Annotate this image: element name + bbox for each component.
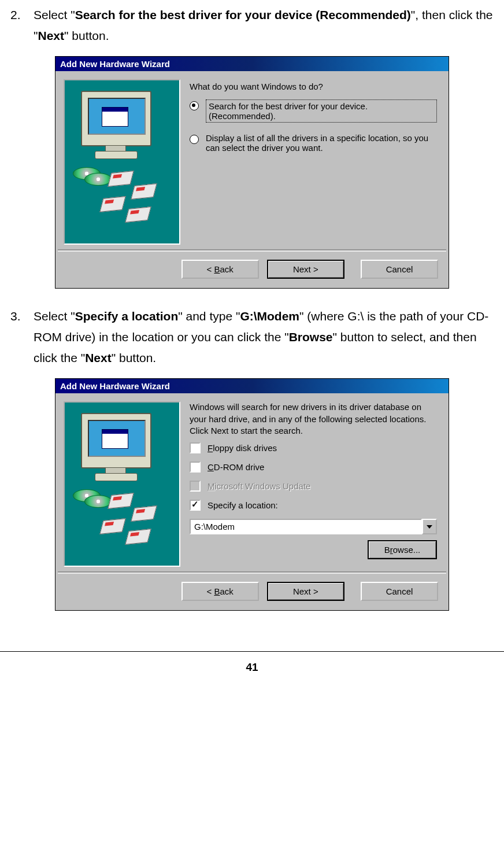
- checkbox-ms-update: Microsoft Windows Update: [190, 481, 437, 492]
- back-button[interactable]: < Back: [181, 260, 259, 279]
- wizard-dialog-1: Add New Hardware Wizard What do you want…: [55, 56, 449, 289]
- checkbox-label: Specify a location:: [207, 500, 278, 510]
- checkbox-specify-location[interactable]: Specify a location:: [190, 500, 437, 511]
- dialog-prompt: What do you want Windows to do?: [190, 82, 437, 91]
- checkbox-label: CD-ROM drive: [207, 462, 264, 472]
- cancel-button[interactable]: Cancel: [361, 260, 438, 279]
- dialog-title: Add New Hardware Wizard: [55, 379, 449, 393]
- next-button[interactable]: Next >: [267, 582, 344, 601]
- step-3: 3. Select "Specify a location" and type …: [10, 306, 494, 368]
- step-number: 2.: [10, 5, 34, 46]
- checkbox-cdrom[interactable]: CD-ROM drive: [190, 462, 437, 473]
- radio-option-search[interactable]: Search for the best driver for your devi…: [190, 99, 437, 123]
- wizard-dialog-2: Add New Hardware Wizard Windows will sea…: [55, 378, 449, 611]
- wizard-graphic: [64, 79, 180, 245]
- checkbox-icon: [190, 462, 201, 473]
- checkbox-floppy[interactable]: Floppy disk drives: [190, 442, 437, 453]
- checkbox-icon: [190, 481, 201, 492]
- back-button[interactable]: < Back: [181, 582, 259, 601]
- cancel-button[interactable]: Cancel: [361, 582, 438, 601]
- dialog-title: Add New Hardware Wizard: [55, 57, 449, 71]
- checkbox-icon: [190, 500, 201, 511]
- checkbox-icon: [190, 442, 201, 453]
- radio-option-list[interactable]: Display a list of all the drivers in a s…: [190, 133, 437, 153]
- dialog-intro: Windows will search for new drivers in i…: [190, 401, 437, 437]
- step-2: 2. Select "Search for the best driver fo…: [10, 5, 494, 46]
- step-text: Select "Specify a location" and type "G:…: [34, 306, 494, 368]
- dropdown-button[interactable]: [422, 519, 437, 534]
- step-number: 3.: [10, 306, 34, 368]
- radio-icon: [190, 135, 199, 144]
- radio-label: Search for the best driver for your devi…: [206, 99, 437, 123]
- checkbox-label: Floppy disk drives: [207, 443, 277, 453]
- browse-button[interactable]: Browse...: [368, 540, 437, 559]
- chevron-down-icon: [427, 525, 432, 529]
- location-input[interactable]: G:\Modem: [190, 519, 422, 534]
- radio-icon: [190, 101, 199, 110]
- wizard-graphic: [64, 401, 180, 567]
- radio-label: Display a list of all the drivers in a s…: [206, 133, 437, 153]
- step-text: Select "Search for the best driver for y…: [34, 5, 494, 46]
- checkbox-label: Microsoft Windows Update: [207, 481, 310, 491]
- location-combo[interactable]: G:\Modem: [190, 519, 437, 534]
- page-number: 41: [0, 651, 504, 683]
- next-button[interactable]: Next >: [267, 260, 344, 279]
